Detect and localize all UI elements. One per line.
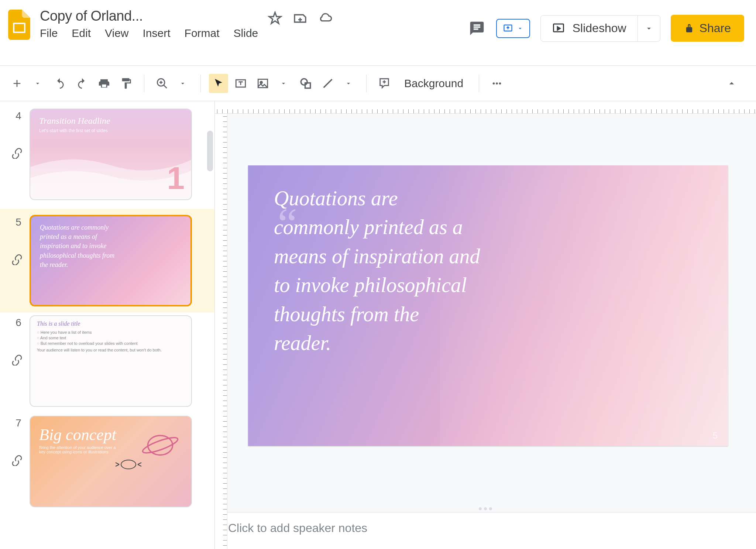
- new-slide-button[interactable]: [7, 74, 27, 93]
- paint-format-button[interactable]: [117, 74, 136, 93]
- menu-file[interactable]: File: [40, 27, 58, 40]
- slide-page-number: 5: [713, 430, 718, 441]
- more-options-button[interactable]: [487, 74, 506, 93]
- thumb-number: 6: [7, 315, 30, 329]
- share-button[interactable]: Share: [671, 15, 744, 42]
- thumb-subtitle: Bring the attention of your audience ove…: [39, 445, 118, 454]
- new-slide-dropdown[interactable]: [28, 74, 47, 93]
- list-item: Here you have a list of items: [37, 330, 185, 334]
- menu-view[interactable]: View: [105, 27, 128, 40]
- slide-canvas[interactable]: “ Quotations are commonly printed as a m…: [248, 165, 728, 446]
- menubar: File Edit View Insert Format Slide: [40, 27, 258, 40]
- thumb-number: 4: [7, 109, 30, 122]
- svg-point-8: [301, 79, 307, 85]
- present-button[interactable]: [496, 19, 530, 38]
- comment-button[interactable]: [375, 74, 394, 93]
- separator: [366, 75, 367, 92]
- title-area: Copy of Orland... File Edit View Insert …: [40, 4, 258, 40]
- separator: [144, 75, 144, 92]
- collapse-toolbar-button[interactable]: [722, 74, 741, 93]
- slideshow-dropdown[interactable]: [638, 16, 660, 41]
- link-icon: [11, 354, 26, 368]
- thumb-subtitle: Let's start with the first set of slides: [39, 128, 182, 133]
- title-icons: [267, 4, 333, 27]
- link-icon: [11, 147, 26, 162]
- link-icon: [11, 454, 26, 469]
- shape-tool[interactable]: [296, 74, 315, 93]
- thumb-row-4[interactable]: 4 Transition Headline Let's start with t…: [0, 109, 214, 200]
- comment-history-icon[interactable]: [468, 20, 486, 37]
- zoom-dropdown[interactable]: [173, 74, 192, 93]
- document-title[interactable]: Copy of Orland...: [40, 8, 258, 24]
- notes-resize-handle[interactable]: [215, 505, 756, 512]
- image-dropdown[interactable]: [274, 74, 293, 93]
- star-icon[interactable]: [267, 10, 283, 27]
- slideshow-button[interactable]: Slideshow: [540, 15, 660, 42]
- menu-edit[interactable]: Edit: [72, 27, 91, 40]
- toolbar: Background: [0, 66, 756, 101]
- link-icon: [11, 253, 26, 268]
- menu-insert[interactable]: Insert: [143, 27, 171, 40]
- thumb-row-6[interactable]: 6 This is a slide title Here you have a …: [0, 315, 214, 407]
- list-item: But remember not to overload your slides…: [37, 341, 185, 346]
- background-button[interactable]: Background: [397, 77, 471, 90]
- svg-point-10: [493, 82, 495, 85]
- filmstrip: 4 Transition Headline Let's start with t…: [0, 101, 215, 549]
- thumb-title: This is a slide title: [37, 320, 185, 327]
- share-label: Share: [700, 21, 731, 35]
- svg-point-15: [121, 460, 136, 469]
- canvas-area: “ Quotations are commonly printed as a m…: [215, 101, 756, 549]
- svg-point-11: [496, 82, 498, 85]
- filmstrip-scrollbar[interactable]: [207, 131, 213, 171]
- thumb-row-7[interactable]: 7 Big concept Bring the attention of you…: [0, 416, 214, 507]
- line-tool[interactable]: [318, 74, 337, 93]
- slide-thumbnail[interactable]: Transition Headline Let's start with the…: [30, 109, 192, 200]
- slides-logo[interactable]: [6, 8, 32, 41]
- thumb-footer: Your audience will listen to you or read…: [37, 348, 185, 352]
- header: Copy of Orland... File Edit View Insert …: [0, 0, 756, 66]
- main: 4 Transition Headline Let's start with t…: [0, 101, 756, 549]
- select-tool[interactable]: [209, 74, 228, 93]
- menu-format[interactable]: Format: [185, 27, 220, 40]
- svg-point-7: [260, 81, 262, 83]
- move-icon[interactable]: [292, 10, 308, 27]
- zoom-button[interactable]: [152, 74, 172, 93]
- thumb-title: Transition Headline: [39, 116, 182, 126]
- line-dropdown[interactable]: [339, 74, 358, 93]
- svg-point-14: [141, 435, 179, 456]
- canvas-viewport[interactable]: “ Quotations are commonly printed as a m…: [215, 114, 756, 505]
- slide-thumbnail[interactable]: Big concept Bring the attention of your …: [30, 416, 192, 507]
- print-button[interactable]: [94, 74, 114, 93]
- list-item: And some text: [37, 336, 185, 340]
- separator: [200, 75, 201, 92]
- slide-thumbnail-selected[interactable]: Quotations are commonly printed as a mea…: [30, 215, 192, 306]
- thumb-number: 5: [7, 215, 30, 228]
- horizontal-ruler: [215, 101, 756, 114]
- slide-thumbnail[interactable]: This is a slide title Here you have a li…: [30, 315, 192, 407]
- undo-button[interactable]: [50, 74, 69, 93]
- image-tool[interactable]: [253, 74, 272, 93]
- cloud-icon[interactable]: [317, 10, 333, 27]
- slideshow-main[interactable]: Slideshow: [541, 21, 638, 35]
- thumb-quote: Quotations are commonly printed as a mea…: [40, 223, 118, 270]
- thumb-number: 7: [7, 416, 30, 429]
- slideshow-label: Slideshow: [573, 21, 626, 35]
- speaker-notes[interactable]: Click to add speaker notes: [215, 512, 756, 549]
- thumb-big-number: 1: [167, 160, 185, 196]
- thumb-row-5[interactable]: 5 Quotations are commonly printed as a m…: [0, 209, 214, 312]
- slide-text[interactable]: Quotations are commonly printed as a mea…: [274, 184, 481, 357]
- svg-point-12: [499, 82, 501, 85]
- header-actions: Slideshow Share: [468, 4, 750, 42]
- textbox-tool[interactable]: [231, 74, 250, 93]
- separator: [479, 75, 479, 92]
- menu-slide[interactable]: Slide: [234, 27, 258, 40]
- svg-rect-1: [14, 24, 24, 32]
- redo-button[interactable]: [72, 74, 92, 93]
